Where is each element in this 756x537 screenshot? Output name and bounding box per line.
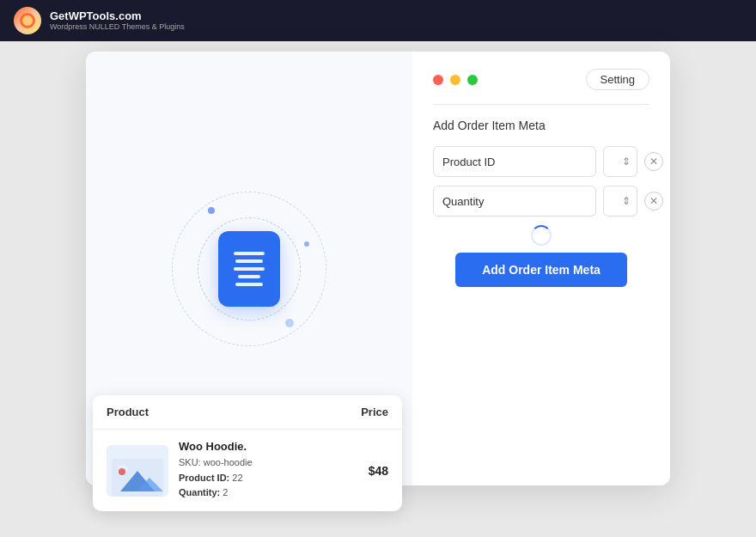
doc-line-1 bbox=[234, 252, 265, 255]
logo-icon bbox=[14, 7, 41, 34]
sku-label: SKU: bbox=[179, 457, 201, 467]
section-title: Add Order Item Meta bbox=[433, 119, 649, 132]
preview-row: Woo Hoodie. SKU: woo-hoodie Product ID: … bbox=[93, 430, 402, 511]
top-bar: GetWPTools.com Wordpress NULLED Themes &… bbox=[0, 0, 756, 41]
add-order-item-meta-button[interactable]: Add Order Item Meta bbox=[455, 253, 627, 287]
quantity-label-input[interactable] bbox=[433, 186, 596, 217]
product-id-meta-value: 22 bbox=[232, 473, 242, 483]
meta-row-product-id: _product_id _qty _variation_id ⇕ ✕ bbox=[433, 146, 649, 177]
svg-point-8 bbox=[119, 468, 125, 475]
spinner-area bbox=[433, 225, 649, 246]
logo-text-block: GetWPTools.com Wordpress NULLED Themes &… bbox=[50, 9, 185, 32]
product-info: Woo Hoodie. SKU: woo-hoodie Product ID: … bbox=[179, 440, 318, 501]
preview-header: Product Price bbox=[93, 395, 402, 430]
product-preview-card: Product Price Woo Hoodie. SKU: woo-hoodi… bbox=[93, 395, 402, 511]
logo-subtitle: Wordpress NULLED Themes & Plugins bbox=[50, 22, 185, 32]
window-close-dot[interactable] bbox=[433, 75, 443, 85]
divider bbox=[433, 104, 649, 105]
quantity-meta-value: 2 bbox=[223, 487, 228, 497]
right-panel: Setting Add Order Item Meta _product_id … bbox=[412, 52, 670, 485]
dot-decoration-2 bbox=[285, 319, 294, 327]
col-price-header: Price bbox=[328, 406, 388, 418]
product-id-select-wrap: _product_id _qty _variation_id ⇕ bbox=[603, 146, 637, 177]
window-controls: Setting bbox=[433, 69, 649, 90]
window-maximize-dot[interactable] bbox=[467, 75, 478, 85]
product-id-select[interactable]: _product_id _qty _variation_id bbox=[603, 146, 637, 177]
icon-center bbox=[163, 183, 335, 355]
quantity-meta-label: Quantity: bbox=[179, 487, 220, 497]
product-id-remove-button[interactable]: ✕ bbox=[644, 152, 663, 171]
logo-area: GetWPTools.com Wordpress NULLED Themes &… bbox=[14, 7, 185, 34]
window-minimize-dot[interactable] bbox=[450, 75, 460, 85]
logo-title: GetWPTools.com bbox=[50, 9, 185, 22]
product-id-label-input[interactable] bbox=[433, 146, 596, 177]
svg-point-2 bbox=[25, 18, 30, 23]
sku-value: woo-hoodie bbox=[204, 457, 253, 467]
loading-spinner bbox=[531, 225, 552, 246]
product-meta: SKU: woo-hoodie Product ID: 22 Quantity:… bbox=[179, 455, 318, 501]
doc-line-2 bbox=[235, 259, 263, 263]
product-name: Woo Hoodie. bbox=[179, 440, 318, 453]
quantity-select-wrap: _product_id _qty _variation_id ⇕ bbox=[603, 186, 637, 217]
col-product-header: Product bbox=[107, 406, 328, 418]
doc-line-4 bbox=[238, 275, 260, 278]
product-thumbnail bbox=[107, 445, 168, 497]
quantity-select[interactable]: _product_id _qty _variation_id bbox=[603, 186, 637, 217]
quantity-remove-button[interactable]: ✕ bbox=[644, 192, 663, 211]
dot-decoration-3 bbox=[304, 241, 309, 247]
doc-line-5 bbox=[235, 283, 263, 286]
meta-row-quantity: _product_id _qty _variation_id ⇕ ✕ bbox=[433, 186, 649, 217]
product-price: $48 bbox=[328, 464, 388, 478]
product-id-meta-label: Product ID: bbox=[179, 473, 229, 483]
setting-tab: Setting bbox=[586, 69, 649, 90]
doc-line-3 bbox=[234, 267, 265, 271]
dot-decoration-1 bbox=[208, 207, 215, 214]
